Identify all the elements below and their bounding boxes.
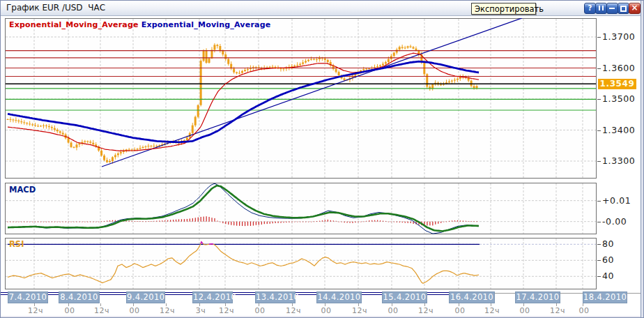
title-bar[interactable]: График EUR /USD ЧАС [1, 1, 643, 16]
time-label: 12ч [94, 306, 109, 315]
date-label: 16.4.2010 [449, 292, 495, 303]
date-label: 13.4.2010 [255, 292, 296, 303]
window-title: График EUR /USD ЧАС [6, 3, 105, 13]
macd-axis-label: -0.00 [602, 216, 627, 227]
rsi-axis-label-tick [597, 276, 601, 277]
collapse-button[interactable] [606, 3, 618, 14]
rsi-axis-label: 40 [602, 271, 614, 281]
macd-axis-label-tick [597, 201, 601, 202]
price-axis-label-tick [597, 37, 601, 38]
price-axis-label: 1.3500 [602, 93, 635, 104]
current-price-badge: 1.3549 [598, 79, 636, 89]
date-label: 8.4.2010 [59, 292, 100, 303]
time-label: 12ч [286, 306, 301, 315]
time-label: 00 [455, 306, 466, 315]
price-axis-label-tick [597, 161, 601, 162]
time-label: 00 [579, 306, 590, 315]
rsi-panel-label: RSI [9, 239, 24, 249]
date-label: 9.4.2010 [126, 292, 165, 303]
rsi-above-80-segment [209, 244, 213, 245]
price-axis-label-tick [597, 130, 601, 131]
rsi-axis-label: 60 [602, 255, 614, 265]
window-right-edge [641, 1, 644, 318]
indicator-legend: Exponential_Moving_Average Exponential_M… [9, 20, 270, 29]
ema-legend-red: Exponential_Moving_Average [9, 20, 139, 29]
time-label: 12ч [484, 306, 500, 315]
pause-button[interactable] [595, 3, 607, 14]
help-button[interactable] [584, 3, 596, 14]
macd-axis-label-tick [597, 222, 601, 222]
time-label: 3ч [196, 306, 206, 315]
price-axis-label-tick [597, 99, 601, 100]
date-label: 14.4.2010 [316, 292, 362, 303]
rsi-chart-canvas[interactable] [5, 238, 597, 289]
time-label: 00 [520, 306, 530, 315]
date-label: 12.4.2010 [192, 292, 233, 303]
price-axis-label: 1.3600 [602, 63, 635, 73]
time-label: 00 [65, 306, 75, 315]
time-label: 12ч [352, 306, 367, 315]
time-label: 12ч [160, 306, 175, 315]
price-axis-label: 1.3300 [602, 156, 635, 166]
time-label: 00 [255, 306, 266, 315]
macd-axis-label: +0.01 [602, 195, 631, 206]
time-label: 00 [321, 306, 332, 315]
close-button[interactable] [629, 3, 641, 14]
time-label: 00 [388, 306, 399, 315]
price-chart-canvas[interactable] [5, 18, 597, 179]
macd-panel-label: MACD [9, 185, 36, 195]
time-label: 12ч [418, 306, 434, 315]
price-axis-label: 1.3400 [602, 125, 635, 135]
date-label: 18.4.2010 [583, 292, 627, 303]
rsi-axis-label: 80 [602, 238, 614, 249]
export-tooltip: Экспортировать [471, 3, 536, 15]
time-label: 12ч [219, 306, 234, 315]
chart-window: График EUR /USD ЧАС Экспортировать Expon… [0, 0, 644, 318]
date-label: 7.4.2010 [8, 292, 48, 303]
rsi-axis-label-tick [597, 244, 601, 245]
macd-chart-canvas[interactable] [5, 183, 597, 234]
price-axis-label-tick [597, 68, 601, 69]
date-label: 15.4.2010 [382, 292, 427, 303]
price-axis-label: 1.3700 [602, 31, 635, 42]
ema-legend-blue: Exponential_Moving_Average [141, 20, 271, 29]
time-label: 00 [130, 306, 140, 315]
time-label: 12ч [28, 306, 43, 315]
rsi-axis-label-tick [597, 260, 601, 261]
time-label: 12ч [550, 306, 565, 315]
maximize-button[interactable] [618, 3, 629, 14]
date-label: 17.4.2010 [515, 292, 560, 303]
